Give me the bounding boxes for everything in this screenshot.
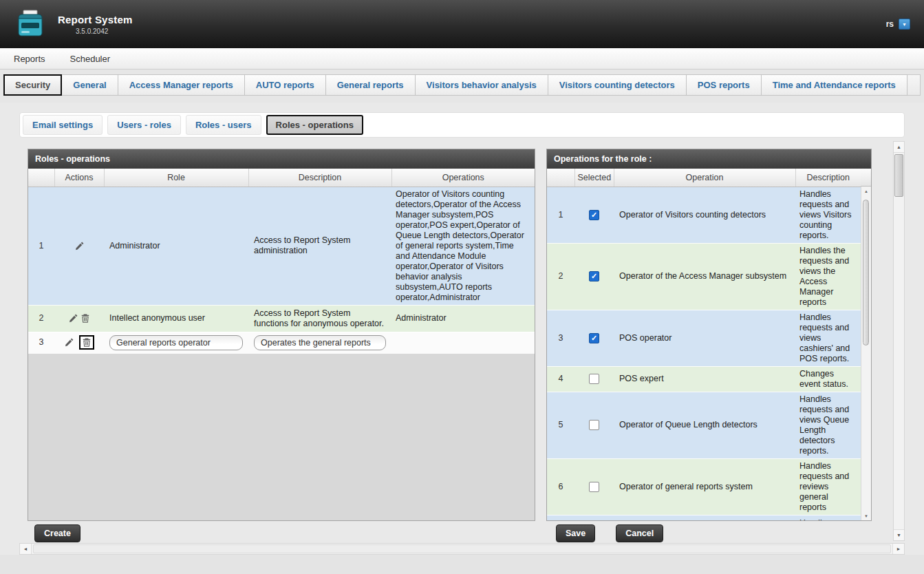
tab-security[interactable]: Security: [3, 74, 62, 96]
scroll-left-icon[interactable]: ◄: [20, 544, 32, 554]
scroll-down-icon[interactable]: ▼: [861, 511, 871, 520]
operation-name-cell: Operator of Queue Length detectors: [614, 392, 795, 458]
subtab-email-settings[interactable]: Email settings: [23, 115, 103, 135]
scrollbar-track[interactable]: [861, 195, 871, 511]
operation-name-cell: [614, 515, 795, 520]
menu-item-reports[interactable]: Reports: [14, 54, 45, 64]
role-row-editing: 3: [28, 332, 535, 353]
tab-general[interactable]: General: [62, 74, 118, 96]
operation-description-cell: Handles requests and views cashiers' and…: [795, 310, 861, 366]
row-number: 1: [28, 187, 54, 305]
operations-table-header-row: Selected Operation Description: [547, 169, 861, 187]
operation-description-cell: Handles requests and reviews general rep…: [795, 458, 861, 515]
operation-name-cell: Operator of the Access Manager subsystem: [614, 243, 795, 310]
roles-col-role: Role: [104, 169, 248, 187]
row-actions-cell: [54, 187, 104, 305]
cancel-button[interactable]: Cancel: [616, 524, 663, 542]
tab-pos-reports[interactable]: POS reports: [687, 74, 762, 96]
operation-row: 2 Operator of the Access Manager subsyst…: [547, 243, 861, 310]
tab-general-reports[interactable]: General reports: [326, 74, 416, 96]
selected-cell: [574, 366, 614, 392]
operation-description-cell: Changes event status.: [795, 366, 861, 392]
scrollbar-header-filler: [861, 169, 871, 187]
operations-table-area: Selected Operation Description 1 Operato…: [547, 169, 871, 520]
row-number: 6: [547, 458, 574, 515]
row-number: 2: [547, 243, 574, 310]
operation-row: 4 POS expert Changes event status.: [547, 366, 861, 392]
selected-cell: [574, 243, 614, 310]
row-number: 4: [547, 366, 574, 392]
roles-col-actions: Actions: [54, 169, 104, 187]
app-window: Report System 3.5.0.2042 rs ▼ Reports Sc…: [0, 0, 924, 574]
role-description-input[interactable]: [254, 335, 386, 350]
scroll-up-icon[interactable]: ▲: [894, 142, 904, 153]
roles-col-operations: Operations: [391, 169, 535, 187]
selected-cell: [574, 392, 614, 458]
save-button[interactable]: Save: [556, 524, 595, 542]
create-button[interactable]: Create: [34, 524, 80, 542]
operation-description-cell: Handles requests and: [795, 515, 861, 520]
menu-bar: Reports Scheduler: [0, 48, 924, 70]
edit-icon[interactable]: [74, 241, 85, 251]
row-number: 3: [547, 310, 574, 366]
tab-visitors-behavior-analysis[interactable]: Visitors behavior analysis: [416, 74, 548, 96]
selected-cell: [574, 310, 614, 366]
menu-item-scheduler[interactable]: Scheduler: [70, 54, 111, 64]
scrollbar-track[interactable]: [894, 153, 904, 529]
tab-access-manager-reports[interactable]: Access Manager reports: [118, 74, 245, 96]
tab-visitors-counting-detectors[interactable]: Visitors counting detectors: [548, 74, 687, 96]
scroll-down-icon[interactable]: ▼: [894, 529, 904, 540]
operation-checkbox[interactable]: [589, 420, 599, 430]
operation-checkbox[interactable]: [589, 374, 599, 384]
role-operations-cell: Administrator: [391, 305, 535, 332]
operation-description-cell: Handles requests and views Visitors coun…: [795, 187, 861, 243]
delete-icon[interactable]: [80, 313, 90, 323]
scroll-right-icon[interactable]: ►: [892, 544, 904, 554]
operation-checkbox[interactable]: [589, 271, 599, 281]
row-number: 1: [547, 187, 574, 243]
row-actions-cell: [54, 332, 104, 353]
operation-name-cell: Operator of Visitors counting detectors: [614, 187, 795, 243]
roles-panel-title: Roles - operations: [28, 149, 535, 169]
selected-cell: [574, 515, 614, 520]
app-header: Report System 3.5.0.2042 rs ▼: [0, 0, 924, 48]
main-tab-strip: Security General Access Manager reports …: [0, 70, 924, 103]
user-menu-caret-icon[interactable]: ▼: [899, 19, 910, 30]
page-horizontal-scrollbar[interactable]: ◄ ►: [19, 543, 905, 555]
scrollbar-track[interactable]: [32, 544, 892, 554]
subtab-users-roles[interactable]: Users - roles: [107, 115, 181, 135]
selected-cell: [574, 458, 614, 515]
scrollbar-thumb[interactable]: [894, 154, 903, 197]
page-vertical-scrollbar[interactable]: ▲ ▼: [893, 141, 905, 541]
subtab-roles-users[interactable]: Roles - users: [186, 115, 261, 135]
app-version: 3.5.0.2042: [76, 28, 132, 35]
operation-row-partial: Handles requests and: [547, 515, 861, 520]
row-actions-cell: [54, 305, 104, 332]
role-description-cell: Access to Report System functions for an…: [248, 305, 391, 332]
edit-icon[interactable]: [64, 337, 74, 348]
operation-row: 5 Operator of Queue Length detectors Han…: [547, 392, 861, 458]
role-name-input[interactable]: [109, 335, 243, 350]
scrollbar-thumb[interactable]: [863, 200, 869, 346]
operation-checkbox[interactable]: [589, 482, 599, 492]
operation-checkbox[interactable]: [589, 210, 599, 220]
operation-checkbox[interactable]: [589, 333, 599, 343]
roles-col-index: [28, 169, 54, 187]
role-description-input-cell: [248, 332, 391, 353]
role-name-cell: Administrator: [104, 187, 248, 305]
edit-icon[interactable]: [68, 313, 78, 323]
role-name-input-cell: [104, 332, 248, 353]
row-number: 3: [28, 332, 54, 353]
scrollbar-thumb[interactable]: [33, 544, 891, 553]
operations-col-description: Description: [795, 169, 861, 187]
operation-row: 6 Operator of general reports system Han…: [547, 458, 861, 515]
tab-auto-reports[interactable]: AUTO reports: [245, 74, 326, 96]
row-number: 2: [28, 305, 54, 332]
tab-time-and-attendance-reports[interactable]: Time and Attendance reports: [762, 74, 907, 96]
operations-scrollbar[interactable]: ▲ ▼: [861, 187, 871, 520]
roles-panel: Roles - operations Actions Role Descript…: [28, 149, 535, 542]
delete-icon-focused[interactable]: [79, 335, 94, 350]
subtab-roles-operations[interactable]: Roles - operations: [266, 115, 363, 135]
main-tab-strip-filler: [907, 74, 921, 96]
scroll-up-icon[interactable]: ▲: [861, 187, 871, 195]
